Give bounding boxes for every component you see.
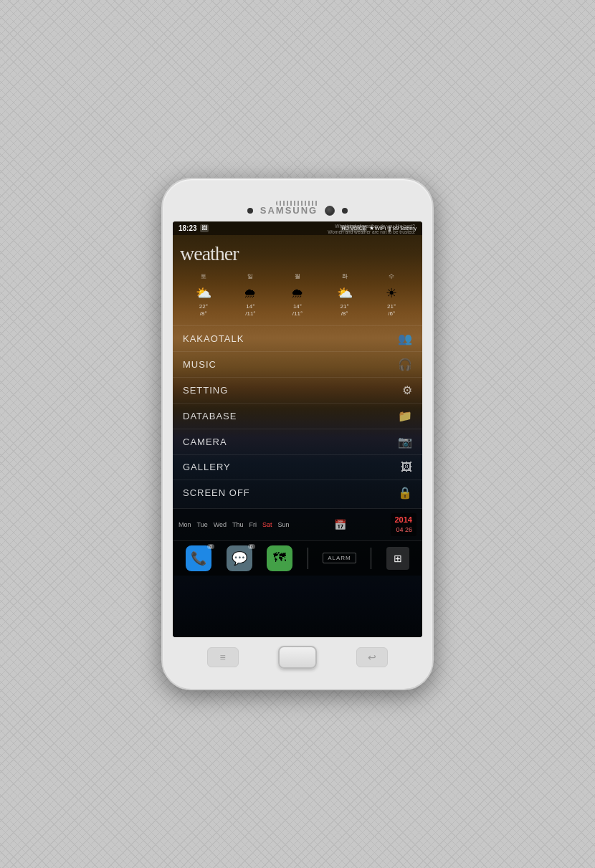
weather-subtitle: What kind of weather do you like best?Wo… (328, 224, 415, 236)
front-camera (325, 206, 335, 216)
temp-3: 21° /8° (341, 303, 349, 318)
calendar-icon[interactable]: 📅 (334, 519, 346, 530)
temp-2: 14° /11° (292, 303, 303, 318)
status-left: 18:23 🖼 (178, 224, 209, 232)
weather-day-0: 토 ⛅ 22° /8° (180, 272, 227, 318)
cal-fri: Fri (249, 521, 257, 528)
phone-badge: 0 (207, 544, 214, 549)
sensor-dot2 (342, 208, 348, 214)
weather-icon-2: 🌧 (285, 283, 310, 303)
database-icon: 📁 (398, 409, 412, 423)
speaker-grille (276, 201, 319, 206)
back-button[interactable]: ↩ (356, 647, 388, 667)
dock-phone[interactable]: 📞 0 (186, 545, 211, 571)
weather-title: weather (180, 242, 239, 265)
weather-day-1: 일 🌧 14° /11° (227, 272, 275, 318)
weather-day-2: 월 🌧 14° /11° (274, 272, 321, 318)
home-button[interactable] (278, 646, 317, 669)
music-icon: 🎧 (398, 358, 412, 371)
menu-item-gallery[interactable]: GALLERY 🖼 (173, 454, 422, 480)
nav-buttons: ≡ ↩ (173, 637, 422, 673)
calendar-days: Mon Tue Wed Thu Fri Sat Sun (178, 521, 290, 528)
app-grid-button[interactable]: ⊞ (386, 547, 409, 570)
grid-icon: ⊞ (394, 553, 402, 564)
status-time: 18:23 (178, 224, 197, 232)
cal-mon: Mon (178, 521, 191, 528)
camera-icon: 📷 (398, 435, 412, 449)
cal-wed: Wed (214, 521, 227, 528)
phone-screen: 18:23 🖼 HD VOICE ★WiFi ||| 89 Battery we… (173, 221, 422, 637)
cal-sun: Sun (278, 521, 290, 528)
temp-0: 22° /8° (199, 303, 208, 318)
messages-app-icon[interactable]: 💬 (227, 545, 252, 571)
phone-app-icon[interactable]: 📞 (186, 545, 211, 571)
menu-item-setting[interactable]: SETTING ⚙ (173, 377, 422, 403)
menu-item-music[interactable]: MUSIC 🎧 (173, 351, 422, 377)
temp-4: 21° /6° (387, 303, 396, 318)
bottom-dock: 📞 0 💬 0 🗺 ALARM ⊞ (173, 540, 422, 576)
temp-1: 14° /11° (245, 303, 255, 318)
weather-icon-1: 🌧 (237, 283, 263, 303)
weather-icon-3: ⛅ (332, 283, 358, 303)
screenoff-icon: 🔒 (398, 486, 412, 500)
menu-item-kakaotalk[interactable]: KAKAOTALK 👥 (173, 325, 422, 351)
messages-badge: 0 (248, 544, 255, 549)
menu-item-camera[interactable]: CAMERA 📷 (173, 429, 422, 454)
phone-device: SAMSUNG 18:23 🖼 HD VOICE ★WiFi ||| 89 Ba… (161, 178, 434, 690)
brand-logo: SAMSUNG (260, 205, 318, 216)
menu-section: KAKAOTALK 👥 MUSIC 🎧 SETTING ⚙ DATABASE 📁… (173, 323, 422, 508)
menu-item-screenoff[interactable]: SCREEN OFF 🔒 (173, 480, 422, 505)
dock-maps[interactable]: 🗺 (267, 545, 292, 571)
dock-separator (308, 548, 308, 569)
cal-tue: Tue (197, 521, 208, 528)
back-nav-icon: ↩ (368, 652, 376, 663)
photo-status-icon: 🖼 (200, 224, 209, 232)
dock-messages[interactable]: 💬 0 (227, 545, 252, 571)
cal-thu: Thu (232, 521, 244, 528)
phone-top (173, 192, 422, 205)
cal-month-day: 04 26 (395, 525, 412, 535)
gallery-icon: 🖼 (401, 461, 412, 474)
kakaotalk-icon: 👥 (398, 332, 412, 345)
sensor-dot (247, 208, 253, 214)
weather-day-4: 수 ☀ 21° /6° (368, 272, 415, 318)
weather-section: weather What kind of weather do you like… (173, 235, 422, 323)
menu-nav-icon: ≡ (220, 652, 226, 663)
calendar-bar: Mon Tue Wed Thu Fri Sat Sun 📅 2014 04 26 (173, 508, 422, 540)
cal-sat: Sat (262, 521, 272, 528)
dock-separator2 (371, 548, 371, 569)
maps-app-icon[interactable]: 🗺 (267, 545, 292, 571)
menu-item-database[interactable]: DATABASE 📁 (173, 403, 422, 429)
weather-icon-4: ☀ (379, 283, 404, 303)
menu-button[interactable]: ≡ (207, 647, 239, 667)
setting-icon: ⚙ (402, 383, 412, 397)
weather-day-3: 화 ⛅ 21° /8° (321, 272, 368, 318)
alarm-button[interactable]: ALARM (323, 553, 356, 563)
weather-days: 토 ⛅ 22° /8° 일 🌧 14° /11° 월 (180, 272, 415, 318)
front-camera-area: SAMSUNG (173, 205, 422, 216)
weather-icon-0: ⛅ (191, 283, 216, 303)
calendar-date: 2014 04 26 (391, 513, 416, 536)
